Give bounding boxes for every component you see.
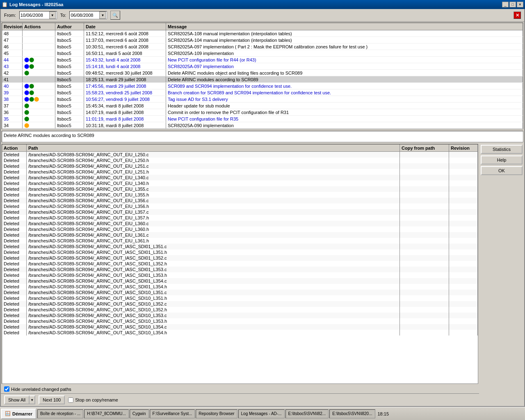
content-with-sidebar: Action Path Copy from path Revision Dele… xyxy=(1,143,524,406)
detail-table-row[interactable]: Deleted /branches/AD-SCR089-SCR094/_ARIN… xyxy=(2,186,478,192)
ok-button[interactable]: OK xyxy=(481,166,523,175)
detail-header-action[interactable]: Action xyxy=(2,144,27,151)
hide-unrelated-checkbox[interactable] xyxy=(4,386,9,392)
log-table-row[interactable]: 38 ⬤⬤⬤ ltsboc5 10:56:27, vendredi 9 juil… xyxy=(2,96,523,103)
header-revision[interactable]: Revision xyxy=(2,23,23,30)
detail-cell-copyfrom xyxy=(400,226,449,232)
detail-table-row[interactable]: Deleted /branches/AD-SCR089-SCR094/_ARIN… xyxy=(2,215,478,221)
to-date-dropdown[interactable]: ▼ xyxy=(99,11,106,19)
detail-table-row[interactable]: Deleted /branches/AD-SCR089-SCR094/_ARIN… xyxy=(2,226,478,232)
log-cell-author: ltsboc5 xyxy=(55,109,84,115)
show-all-dropdown[interactable]: ▼ xyxy=(30,395,35,404)
detail-header-copyfrom[interactable]: Copy from path xyxy=(400,144,449,151)
taskbar-item-repobrowser[interactable]: Repository Browser xyxy=(196,409,237,418)
log-table-row[interactable]: 43 ⬤⬤ ltsboc5 15:14:18, lundi 4 août 200… xyxy=(2,63,523,70)
detail-table-row[interactable]: Deleted /branches/AD-SCR089-SCR094/_ARIN… xyxy=(2,272,478,278)
taskbar-item-mail[interactable]: Boîte de réception - ... xyxy=(37,409,83,418)
hide-unrelated-option[interactable]: Hide unrelated changed paths xyxy=(4,386,71,392)
stop-on-copy-option[interactable]: Stop on copy/rename xyxy=(68,397,118,403)
clear-button[interactable]: ✕ xyxy=(514,11,521,19)
detail-table-row[interactable]: Deleted /branches/AD-SCR089-SCR094/_ARIN… xyxy=(2,255,478,261)
detail-table-row[interactable]: Deleted /branches/AD-SCR089-SCR094/_ARIN… xyxy=(2,175,478,180)
log-table-row[interactable]: 35 ⬤ ltsboc5 11:01:19, mardi 8 juillet 2… xyxy=(2,116,523,122)
detail-table-row[interactable]: Deleted /branches/AD-SCR089-SCR094/_ARIN… xyxy=(2,203,478,209)
detail-table-row[interactable]: Deleted /branches/AD-SCR089-SCR094/_ARIN… xyxy=(2,307,478,313)
message-detail: Delete ARINC modules according to SCR089 xyxy=(2,131,523,142)
log-table-row[interactable]: 42 ⬤ ltsboc5 09:48:52, mercredi 30 juill… xyxy=(2,70,523,76)
close-button[interactable]: ✕ xyxy=(517,2,523,7)
search-button[interactable]: 🔍 xyxy=(110,11,120,20)
log-table-row[interactable]: 47 ltsboc5 11:37:03, mercredi 6 août 200… xyxy=(2,37,523,43)
detail-header-path[interactable]: Path xyxy=(27,144,400,151)
taskbar-item-b747[interactable]: H:\B747_8COMMU... xyxy=(84,409,128,418)
log-table-row[interactable]: 41 ltsboc5 18:25:13, mardi 29 juillet 20… xyxy=(2,76,523,83)
show-all-button[interactable]: Show All xyxy=(4,395,30,404)
stop-on-copy-checkbox[interactable] xyxy=(68,397,73,403)
detail-table-row[interactable]: Deleted /branches/AD-SCR089-SCR094/_ARIN… xyxy=(2,232,478,238)
detail-table-row[interactable]: Deleted /branches/AD-SCR089-SCR094/_ARIN… xyxy=(2,163,478,169)
taskbar-item-e1[interactable]: E:\ltsboc5\SVN\l82... xyxy=(285,409,329,418)
taskbar-item-e2[interactable]: E:\ltsboc5\SVN\l820... xyxy=(329,409,375,418)
maximize-button[interactable]: □ xyxy=(509,2,516,7)
help-button[interactable]: Help xyxy=(481,155,523,164)
detail-table-row[interactable]: Deleted /branches/AD-SCR089-SCR094/_ARIN… xyxy=(2,278,478,284)
detail-table-row[interactable]: Deleted /branches/AD-SCR089-SCR094/_ARIN… xyxy=(2,238,478,244)
next-100-button[interactable]: Next 100 xyxy=(39,395,65,404)
header-author[interactable]: Author xyxy=(55,23,84,30)
log-cell-message: New PCIT configuration file for R35 xyxy=(166,116,523,122)
log-cell-date: 17:45:56, mardi 29 juillet 2008 xyxy=(84,83,166,89)
detail-cell-revision xyxy=(449,152,478,158)
detail-table-row[interactable]: Deleted /branches/AD-SCR089-SCR094/_ARIN… xyxy=(2,198,478,203)
start-button[interactable]: 🪟 Démarrer xyxy=(1,409,37,419)
detail-table-row[interactable]: Deleted /branches/AD-SCR089-SCR094/_ARIN… xyxy=(2,192,478,198)
detail-cell-action: Deleted xyxy=(2,186,27,192)
detail-header-revision[interactable]: Revision xyxy=(449,144,478,151)
to-date-field[interactable]: ▼ xyxy=(69,11,107,19)
detail-table-row[interactable]: Deleted /branches/AD-SCR089-SCR094/_ARIN… xyxy=(2,313,478,318)
taskbar-item-logad[interactable]: Log Messages - AD-... xyxy=(238,409,285,418)
log-table-row[interactable]: 48 ltsboc5 11:52:12, mercredi 6 août 200… xyxy=(2,30,523,37)
taskbar-item-cygwin[interactable]: Cygwin xyxy=(130,409,149,418)
log-table-row[interactable]: 37 ⬤ ltsboc5 15:45:34, mardi 8 juillet 2… xyxy=(2,103,523,109)
detail-cell-path: /branches/AD-SCR089-SCR094/_ARINC_OUT_IA… xyxy=(27,301,400,307)
detail-table-row[interactable]: Deleted /branches/AD-SCR089-SCR094/_ARIN… xyxy=(2,290,478,295)
detail-table-row[interactable]: Deleted /branches/AD-SCR089-SCR094/_ARIN… xyxy=(2,169,478,175)
log-table-row[interactable]: 45 ltsboc5 16:50:11, mardi 5 août 2008 S… xyxy=(2,50,523,57)
header-date[interactable]: Date xyxy=(84,23,166,30)
detail-table-row[interactable]: Deleted /branches/AD-SCR089-SCR094/_ARIN… xyxy=(2,267,478,272)
detail-table-row[interactable]: Deleted /branches/AD-SCR089-SCR094/_ARIN… xyxy=(2,330,478,336)
detail-cell-action: Deleted xyxy=(2,330,27,336)
log-table-row[interactable]: 46 ltsboc5 10:30:51, mercredi 6 août 200… xyxy=(2,43,523,50)
detail-table-row[interactable]: Deleted /branches/AD-SCR089-SCR094/_ARIN… xyxy=(2,318,478,324)
to-date-input[interactable] xyxy=(71,13,99,18)
detail-table-row[interactable]: Deleted /branches/AD-SCR089-SCR094/_ARIN… xyxy=(2,158,478,163)
from-date-dropdown[interactable]: ▼ xyxy=(49,11,56,19)
main-window: From: ▼ To: ▼ 🔍 ✕ Revision Actions Autho… xyxy=(0,9,525,407)
minimize-button[interactable]: _ xyxy=(502,2,509,7)
from-date-input[interactable] xyxy=(21,13,49,18)
header-actions[interactable]: Actions xyxy=(23,23,55,30)
log-table-row[interactable]: 40 ⬤⬤ ltsboc5 17:45:56, mardi 29 juillet… xyxy=(2,83,523,89)
detail-table-row[interactable]: Deleted /branches/AD-SCR089-SCR094/_ARIN… xyxy=(2,324,478,330)
detail-table-row[interactable]: Deleted /branches/AD-SCR089-SCR094/_ARIN… xyxy=(2,261,478,267)
detail-table-row[interactable]: Deleted /branches/AD-SCR089-SCR094/_ARIN… xyxy=(2,209,478,215)
log-table-row[interactable]: 34 ⬤ ltsboc5 10:31:18, mardi 8 juillet 2… xyxy=(2,122,523,129)
detail-cell-revision xyxy=(449,158,478,163)
log-cell-message: Tag issue AD for S3.1 delivery xyxy=(166,96,523,102)
detail-table-row[interactable]: Deleted /branches/AD-SCR089-SCR094/_ARIN… xyxy=(2,221,478,226)
log-table-row[interactable]: 39 ⬤⬤ ltsboc5 15:58:23, vendredi 25 juil… xyxy=(2,89,523,96)
detail-table-row[interactable]: Deleted /branches/AD-SCR089-SCR094/_ARIN… xyxy=(2,152,478,158)
detail-table-row[interactable]: Deleted /branches/AD-SCR089-SCR094/_ARIN… xyxy=(2,301,478,307)
log-table-row[interactable]: 36 ⬤ ltsboc5 14:07:19, mardi 8 juillet 2… xyxy=(2,109,523,116)
detail-table-row[interactable]: Deleted /branches/AD-SCR089-SCR094/_ARIN… xyxy=(2,244,478,249)
detail-table-row[interactable]: Deleted /branches/AD-SCR089-SCR094/_ARIN… xyxy=(2,284,478,290)
detail-table-row[interactable]: Deleted /branches/AD-SCR089-SCR094/_ARIN… xyxy=(2,180,478,186)
header-message[interactable]: Message xyxy=(166,23,523,30)
statistics-button[interactable]: Statistics xyxy=(481,145,523,154)
from-date-field[interactable]: ▼ xyxy=(19,11,57,19)
detail-table-row[interactable]: Deleted /branches/AD-SCR089-SCR094/_ARIN… xyxy=(2,249,478,255)
log-table-row[interactable]: 44 ⬤⬤ ltsboc5 15:43:32, lundi 4 août 200… xyxy=(2,57,523,63)
taskbar-item-surveillance[interactable]: F:\Surveillance Syst... xyxy=(150,409,195,418)
log-cell-date: 15:58:23, vendredi 25 juillet 2008 xyxy=(84,89,166,96)
detail-table-row[interactable]: Deleted /branches/AD-SCR089-SCR094/_ARIN… xyxy=(2,295,478,301)
